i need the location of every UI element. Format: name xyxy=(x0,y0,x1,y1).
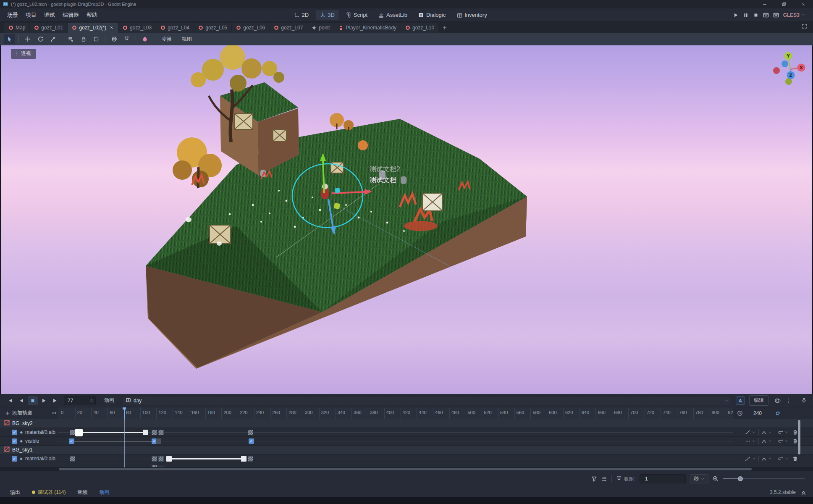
play-backwards-button[interactable] xyxy=(17,396,27,405)
more-options-icon[interactable]: ⋮ xyxy=(784,396,794,405)
local-coords-tool-button[interactable] xyxy=(109,34,120,44)
track-material/0:alb[interactable]: ✓◆material/0:alb xyxy=(0,454,813,463)
workspace-2d[interactable]: 2D xyxy=(290,10,313,20)
tab-gozz_L03[interactable]: gozz_L03 xyxy=(118,23,156,33)
chevron-down-icon[interactable] xyxy=(752,457,756,461)
interpolation-mode-icon[interactable] xyxy=(761,456,767,462)
track-enabled-checkbox[interactable]: ✓ xyxy=(12,430,17,435)
keyframe[interactable]: ✓ xyxy=(69,438,74,444)
stop-button[interactable] xyxy=(753,12,759,18)
move-tool-button[interactable] xyxy=(22,34,33,44)
track-material/0:alb[interactable]: ✓◆material/0:alb xyxy=(0,428,813,437)
keyframe[interactable] xyxy=(76,429,82,436)
tab-gozz_L01[interactable]: gozz_L01 xyxy=(30,23,67,33)
spinbox-arrows-icon[interactable] xyxy=(89,399,94,403)
stop-animation-button[interactable] xyxy=(28,396,38,405)
keyframe[interactable] xyxy=(158,430,164,435)
delete-track-icon[interactable] xyxy=(792,438,798,444)
update-mode-icon[interactable] xyxy=(745,430,750,435)
timeline-zoom-slider[interactable] xyxy=(723,474,805,483)
update-mode-icon[interactable] xyxy=(745,456,750,462)
keyframe[interactable] xyxy=(143,430,148,435)
keyframe[interactable] xyxy=(70,456,75,462)
loop-animation-button[interactable] xyxy=(775,410,781,416)
animation-length-value[interactable]: 240 xyxy=(746,410,769,416)
workspace-inventory[interactable]: Inventory xyxy=(452,10,491,20)
pause-button[interactable] xyxy=(743,12,749,18)
lock-tool-button[interactable] xyxy=(78,34,89,44)
add-track-button[interactable]: 添加轨道 xyxy=(5,410,32,417)
group-tracks-icon[interactable] xyxy=(601,476,607,482)
interpolation-mode-icon[interactable] xyxy=(761,438,767,444)
bottom-panel-输出[interactable]: 输出 xyxy=(10,489,20,496)
chevron-down-icon[interactable] xyxy=(752,439,756,443)
animation-name-dropdown[interactable]: day xyxy=(123,396,732,405)
menu-场景[interactable]: 场景 xyxy=(3,10,22,20)
vertical-scrollbar[interactable] xyxy=(798,420,800,454)
update-mode-icon[interactable] xyxy=(745,438,750,444)
restore-button[interactable] xyxy=(774,0,794,8)
slider-handle[interactable] xyxy=(738,476,743,481)
renderer-dropdown[interactable]: GLES3 xyxy=(783,12,805,18)
list-select-tool-button[interactable] xyxy=(66,34,76,44)
animation-menu-button[interactable]: 动画 xyxy=(100,396,118,405)
tab-Player_KinematicBody[interactable]: Player_KinematicBody xyxy=(334,23,401,33)
minimize-button[interactable] xyxy=(755,0,774,8)
track-clipped[interactable] xyxy=(0,463,813,467)
tab-gozz_L10[interactable]: gozz_L10 xyxy=(401,23,438,33)
keyframe[interactable] xyxy=(241,456,247,462)
tab-point[interactable]: point xyxy=(307,23,334,33)
chevron-down-icon[interactable] xyxy=(768,430,772,434)
pin-panel-button[interactable] xyxy=(799,396,809,405)
chevron-down-icon[interactable] xyxy=(784,430,789,434)
new-scene-tab-button[interactable] xyxy=(439,23,451,33)
tab-gozz_L04[interactable]: gozz_L04 xyxy=(156,23,194,33)
play-from-start-button[interactable] xyxy=(39,396,49,405)
keyframe[interactable] xyxy=(248,456,253,462)
workspace-assetlib[interactable]: AssetLib xyxy=(374,10,412,20)
chevron-down-icon[interactable] xyxy=(768,439,772,443)
keyframe[interactable] xyxy=(166,456,172,462)
track-group-BG_sky1[interactable]: BG_sky1 xyxy=(0,446,813,454)
playhead[interactable] xyxy=(124,407,125,419)
expand-bottom-panel-icon[interactable] xyxy=(801,490,806,495)
track-visible[interactable]: ✓◆visible✓✓✓ xyxy=(0,437,813,446)
menu-调试[interactable]: 调试 xyxy=(40,10,59,20)
keyframe[interactable] xyxy=(152,456,157,462)
scale-tool-button[interactable] xyxy=(47,34,58,44)
transform-menu[interactable]: 变换 xyxy=(157,34,176,44)
chevron-down-icon[interactable] xyxy=(768,457,772,461)
bottom-panel-音频[interactable]: 音频 xyxy=(77,489,87,496)
play-button[interactable] xyxy=(733,12,739,18)
horizontal-scrollbar[interactable] xyxy=(0,467,813,471)
track-enabled-checkbox[interactable]: ✓ xyxy=(12,456,17,462)
snap-unit-dropdown[interactable]: 秒 xyxy=(690,474,708,483)
menu-编辑器[interactable]: 编辑器 xyxy=(59,10,83,20)
track-group-BG_sky2[interactable]: BG_sky2 xyxy=(0,419,813,428)
keyframe[interactable] xyxy=(158,456,164,462)
close-button[interactable] xyxy=(794,0,813,8)
environment-tool-button[interactable] xyxy=(139,34,150,44)
delete-track-icon[interactable] xyxy=(792,430,798,435)
track-enabled-checkbox[interactable]: ✓ xyxy=(12,438,17,444)
workspace-3d[interactable]: 3D xyxy=(315,10,339,20)
onion-skinning-button[interactable] xyxy=(773,396,783,405)
bottom-panel-动画[interactable]: 动画 xyxy=(99,489,109,496)
menu-帮助[interactable]: 帮助 xyxy=(83,10,101,20)
tab-gozz_L02(*)[interactable]: gozz_L02(*) xyxy=(68,23,118,33)
snap-tool-button[interactable] xyxy=(121,34,132,44)
3d-viewport[interactable]: Y X Z ⋮ 透视 测试文档2 测试文档 xyxy=(0,45,813,394)
current-frame-spinbox[interactable]: 77 xyxy=(64,396,96,405)
bottom-panel-调试器[interactable]: 调试器 (114) xyxy=(32,489,66,496)
loop-wrap-icon[interactable] xyxy=(778,430,783,435)
interpolation-mode-icon[interactable] xyxy=(761,430,767,435)
loop-wrap-icon[interactable] xyxy=(778,456,783,462)
view-mode-menu[interactable]: ⋮ 透视 xyxy=(11,49,36,59)
snap-value-input[interactable]: 1 xyxy=(640,474,686,483)
snap-magnet-icon[interactable] xyxy=(616,476,622,482)
play-backwards-from-end-button[interactable] xyxy=(6,396,16,405)
workspace-dialogic[interactable]: DDialogic xyxy=(414,10,450,20)
view-menu[interactable]: 视图 xyxy=(178,34,196,44)
select-tool-button[interactable] xyxy=(4,34,15,44)
close-tab-icon[interactable] xyxy=(110,26,114,30)
